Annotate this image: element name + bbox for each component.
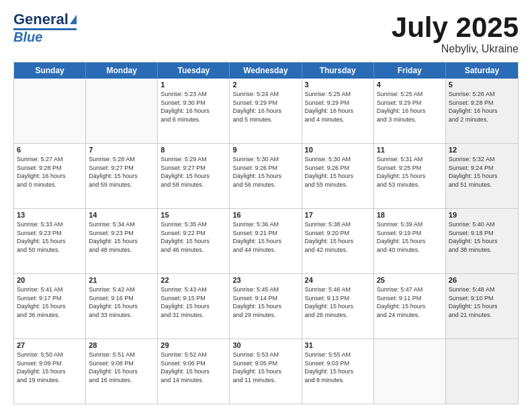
cell-text: Sunrise: 5:53 AM Sunset: 9:05 PM Dayligh… [232,351,298,384]
cell-text: Sunrise: 5:32 AM Sunset: 9:24 PM Dayligh… [449,155,515,189]
cell-text: Sunrise: 5:39 AM Sunset: 9:19 PM Dayligh… [377,220,443,254]
logo: General Blue [13,12,77,44]
day-number: 8 [161,146,226,154]
header-sunday: Sunday [14,62,86,79]
cell-text: Sunrise: 5:40 AM Sunset: 9:18 PM Dayligh… [449,220,515,254]
calendar-cell [446,339,518,404]
calendar-cell: 30Sunrise: 5:53 AM Sunset: 9:05 PM Dayli… [230,339,302,404]
calendar-cell: 17Sunrise: 5:38 AM Sunset: 9:20 PM Dayli… [302,209,374,273]
calendar-cell: 2Sunrise: 5:24 AM Sunset: 9:29 PM Daylig… [230,79,302,143]
calendar-cell: 8Sunrise: 5:29 AM Sunset: 9:27 PM Daylig… [158,144,230,208]
header-friday: Friday [374,62,446,79]
header-monday: Monday [86,62,158,79]
logo-blue: Blue [13,30,42,44]
calendar-cell: 9Sunrise: 5:30 AM Sunset: 9:26 PM Daylig… [230,144,302,208]
calendar-cell: 22Sunrise: 5:43 AM Sunset: 9:15 PM Dayli… [158,274,230,338]
calendar-row: 6Sunrise: 5:27 AM Sunset: 9:28 PM Daylig… [14,143,518,208]
day-number: 14 [89,211,154,219]
day-number: 28 [89,341,154,349]
cell-text: Sunrise: 5:41 AM Sunset: 9:17 PM Dayligh… [17,285,83,319]
day-number: 26 [449,276,515,284]
title-block: July 2025 Nebyliv, Ukraine [392,12,519,55]
calendar-row: 1Sunrise: 5:23 AM Sunset: 9:30 PM Daylig… [14,79,518,143]
calendar-row: 13Sunrise: 5:33 AM Sunset: 9:23 PM Dayli… [14,208,518,273]
calendar-cell: 12Sunrise: 5:32 AM Sunset: 9:24 PM Dayli… [446,144,518,208]
calendar-cell: 13Sunrise: 5:33 AM Sunset: 9:23 PM Dayli… [14,209,86,273]
cell-text: Sunrise: 5:24 AM Sunset: 9:29 PM Dayligh… [232,90,298,124]
day-number: 29 [161,341,226,349]
calendar-cell: 18Sunrise: 5:39 AM Sunset: 9:19 PM Dayli… [374,209,446,273]
calendar-row: 27Sunrise: 5:50 AM Sunset: 9:09 PM Dayli… [14,338,518,404]
calendar-cell: 7Sunrise: 5:28 AM Sunset: 9:27 PM Daylig… [86,144,158,208]
calendar-cell: 28Sunrise: 5:51 AM Sunset: 9:08 PM Dayli… [86,339,158,404]
header: General Blue July 2025 Nebyliv, Ukraine [13,12,519,55]
cell-text: Sunrise: 5:50 AM Sunset: 9:09 PM Dayligh… [17,351,83,384]
cell-text: Sunrise: 5:47 AM Sunset: 9:11 PM Dayligh… [377,285,443,319]
calendar-cell: 29Sunrise: 5:52 AM Sunset: 9:06 PM Dayli… [158,339,230,404]
calendar-row: 20Sunrise: 5:41 AM Sunset: 9:17 PM Dayli… [14,273,518,338]
header-wednesday: Wednesday [230,62,302,79]
header-saturday: Saturday [446,62,518,79]
day-number: 30 [232,341,298,349]
day-number: 2 [232,81,298,89]
cell-text: Sunrise: 5:26 AM Sunset: 9:28 PM Dayligh… [449,90,515,124]
day-number: 25 [377,276,443,284]
calendar-cell: 3Sunrise: 5:25 AM Sunset: 9:29 PM Daylig… [302,79,374,143]
day-number: 31 [305,341,371,349]
day-number: 17 [305,211,371,219]
cell-text: Sunrise: 5:42 AM Sunset: 9:16 PM Dayligh… [89,285,154,319]
calendar-cell: 20Sunrise: 5:41 AM Sunset: 9:17 PM Dayli… [14,274,86,338]
title-month: July 2025 [392,12,519,43]
cell-text: Sunrise: 5:43 AM Sunset: 9:15 PM Dayligh… [161,285,226,319]
calendar-cell: 24Sunrise: 5:46 AM Sunset: 9:13 PM Dayli… [302,274,374,338]
day-number: 13 [17,211,83,219]
header-thursday: Thursday [302,62,374,79]
day-number: 27 [17,341,83,349]
calendar-cell: 26Sunrise: 5:48 AM Sunset: 9:10 PM Dayli… [446,274,518,338]
day-number: 12 [449,146,515,154]
cell-text: Sunrise: 5:30 AM Sunset: 9:26 PM Dayligh… [232,155,298,189]
cell-text: Sunrise: 5:45 AM Sunset: 9:14 PM Dayligh… [232,285,298,319]
calendar: Sunday Monday Tuesday Wednesday Thursday… [13,62,519,404]
day-number: 16 [232,211,298,219]
calendar-cell: 16Sunrise: 5:36 AM Sunset: 9:21 PM Dayli… [230,209,302,273]
cell-text: Sunrise: 5:25 AM Sunset: 9:29 PM Dayligh… [305,90,371,124]
calendar-cell: 11Sunrise: 5:31 AM Sunset: 9:25 PM Dayli… [374,144,446,208]
day-number: 15 [161,211,226,219]
title-location: Nebyliv, Ukraine [392,43,519,55]
calendar-cell: 31Sunrise: 5:55 AM Sunset: 9:03 PM Dayli… [302,339,374,404]
calendar-cell: 6Sunrise: 5:27 AM Sunset: 9:28 PM Daylig… [14,144,86,208]
calendar-cell: 25Sunrise: 5:47 AM Sunset: 9:11 PM Dayli… [374,274,446,338]
cell-text: Sunrise: 5:52 AM Sunset: 9:06 PM Dayligh… [161,351,226,384]
logo-triangle-icon [70,15,77,24]
day-number: 6 [17,146,83,154]
day-number: 23 [232,276,298,284]
day-number: 5 [449,81,515,89]
calendar-cell: 19Sunrise: 5:40 AM Sunset: 9:18 PM Dayli… [446,209,518,273]
day-number: 9 [232,146,298,154]
calendar-cell: 27Sunrise: 5:50 AM Sunset: 9:09 PM Dayli… [14,339,86,404]
day-number: 22 [161,276,226,284]
cell-text: Sunrise: 5:29 AM Sunset: 9:27 PM Dayligh… [161,155,226,189]
cell-text: Sunrise: 5:31 AM Sunset: 9:25 PM Dayligh… [377,155,443,189]
cell-text: Sunrise: 5:51 AM Sunset: 9:08 PM Dayligh… [89,351,154,384]
day-number: 20 [17,276,83,284]
day-number: 3 [305,81,371,89]
cell-text: Sunrise: 5:33 AM Sunset: 9:23 PM Dayligh… [17,220,83,254]
calendar-cell: 1Sunrise: 5:23 AM Sunset: 9:30 PM Daylig… [158,79,230,143]
calendar-cell [14,79,86,143]
calendar-cell: 14Sunrise: 5:34 AM Sunset: 9:23 PM Dayli… [86,209,158,273]
day-number: 7 [89,146,154,154]
day-number: 10 [305,146,371,154]
cell-text: Sunrise: 5:55 AM Sunset: 9:03 PM Dayligh… [305,351,371,384]
calendar-cell: 23Sunrise: 5:45 AM Sunset: 9:14 PM Dayli… [230,274,302,338]
cell-text: Sunrise: 5:34 AM Sunset: 9:23 PM Dayligh… [89,220,154,254]
calendar-header: Sunday Monday Tuesday Wednesday Thursday… [14,62,518,79]
cell-text: Sunrise: 5:38 AM Sunset: 9:20 PM Dayligh… [305,220,371,254]
page: General Blue July 2025 Nebyliv, Ukraine … [0,0,532,411]
calendar-cell [374,339,446,404]
calendar-cell: 21Sunrise: 5:42 AM Sunset: 9:16 PM Dayli… [86,274,158,338]
cell-text: Sunrise: 5:23 AM Sunset: 9:30 PM Dayligh… [161,90,226,124]
cell-text: Sunrise: 5:25 AM Sunset: 9:29 PM Dayligh… [377,90,443,124]
calendar-cell: 10Sunrise: 5:30 AM Sunset: 9:26 PM Dayli… [302,144,374,208]
